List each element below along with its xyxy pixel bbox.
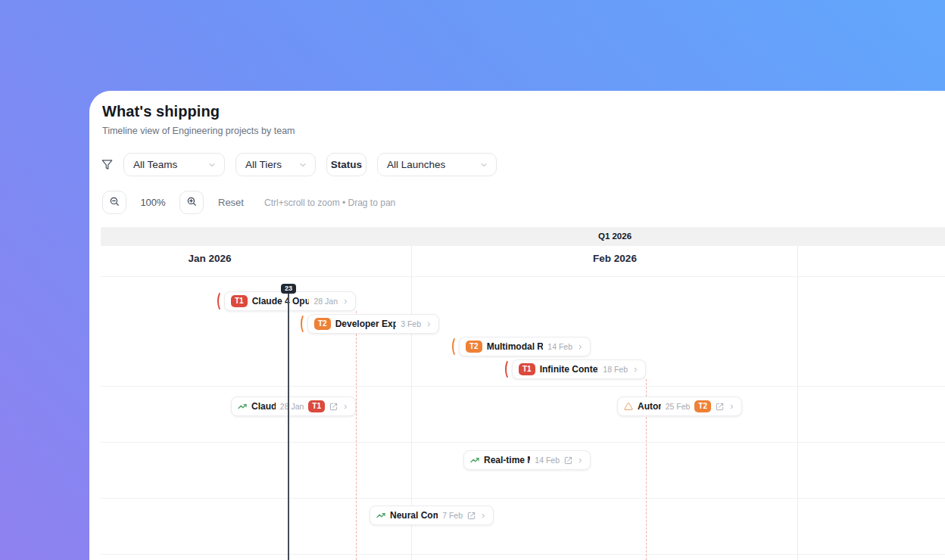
filter-funnel-icon bbox=[101, 159, 113, 170]
milestone-date: 18 Feb bbox=[603, 365, 628, 374]
page-background: { "page": { "title": "What's shipping", … bbox=[0, 0, 945, 560]
today-marker-line bbox=[288, 290, 289, 560]
row-separator bbox=[101, 442, 945, 443]
milestone-date: 3 Feb bbox=[401, 319, 421, 328]
milestone-title: Multimodal Real-t... bbox=[487, 341, 544, 352]
launches-filter-select[interactable]: All Launches bbox=[377, 153, 497, 176]
milestone-pill-infinite-context[interactable]: T1 Infinite Context + ... 18 Feb bbox=[512, 359, 646, 379]
row-separator bbox=[101, 554, 945, 555]
tier-badge: T2 bbox=[694, 400, 711, 412]
launch-date: 7 Feb bbox=[442, 511, 463, 520]
milestone-date: 14 Feb bbox=[547, 342, 572, 351]
teams-filter-value: All Teams bbox=[133, 159, 177, 170]
quarter-label: Q1 2026 bbox=[598, 232, 632, 241]
launch-title: Claude 4 ... bbox=[251, 401, 276, 412]
milestone-pill-claude-4-opus[interactable]: T1 Claude 4 Opus + ... 28 Jan bbox=[224, 291, 356, 311]
zoom-level-value: 100% bbox=[126, 197, 179, 208]
chevron-right-icon bbox=[342, 403, 349, 410]
launch-date: 28 Jan bbox=[280, 402, 304, 411]
tier-bracket bbox=[452, 336, 462, 357]
tier-bracket bbox=[301, 313, 310, 334]
launch-pill-claude-4[interactable]: Claude 4 ... 28 Jan T1 bbox=[231, 397, 356, 416]
tiers-filter-select[interactable]: All Tiers bbox=[235, 153, 316, 176]
trending-up-icon bbox=[376, 511, 385, 520]
chevron-right-icon bbox=[342, 298, 349, 305]
zoom-out-button[interactable] bbox=[102, 191, 126, 214]
launch-pill-autonomous[interactable]: Autonomo... 25 Feb T2 bbox=[617, 397, 742, 416]
zoom-toolbar: 100% Reset Ctrl+scroll to zoom • Drag to… bbox=[102, 191, 395, 214]
month-label-jan: Jan 2026 bbox=[188, 253, 231, 264]
milestone-title: Infinite Context + ... bbox=[540, 364, 599, 375]
chevron-right-icon bbox=[480, 512, 487, 519]
chevron-right-icon bbox=[632, 366, 639, 373]
launch-date: 14 Feb bbox=[535, 456, 560, 465]
zoom-reset-button[interactable]: Reset bbox=[218, 197, 244, 208]
whats-shipping-panel: What's shipping Timeline view of Enginee… bbox=[89, 91, 945, 560]
month-header-row: Jan 2026 Feb 2026 bbox=[101, 246, 945, 276]
launch-title: Real-time Multi... bbox=[484, 455, 530, 465]
page-title: What's shipping bbox=[102, 103, 220, 120]
launch-pill-realtime-multimodal[interactable]: Real-time Multi... 14 Feb bbox=[463, 450, 591, 470]
launches-filter-value: All Launches bbox=[387, 159, 445, 170]
ship-date-guide-line bbox=[356, 311, 357, 560]
external-link-icon[interactable] bbox=[329, 403, 338, 411]
today-date-badge: 23 bbox=[281, 284, 296, 294]
tiers-filter-value: All Tiers bbox=[245, 159, 282, 170]
chevron-right-icon bbox=[426, 321, 432, 328]
launch-title: Neural Computer... bbox=[390, 510, 438, 521]
milestone-title: Developer Experie... bbox=[335, 319, 396, 329]
month-label-feb: Feb 2026 bbox=[593, 253, 637, 264]
zoom-in-icon bbox=[186, 196, 197, 209]
zoom-hint-text: Ctrl+scroll to zoom • Drag to pan bbox=[264, 198, 395, 208]
zoom-out-icon bbox=[109, 196, 120, 209]
row-separator bbox=[101, 276, 945, 277]
chevron-down-icon bbox=[479, 160, 488, 170]
tier-bracket bbox=[505, 359, 515, 380]
tier-bracket bbox=[217, 291, 227, 312]
launch-date: 25 Feb bbox=[666, 402, 691, 411]
chevron-right-icon bbox=[577, 344, 584, 350]
status-filter-button[interactable]: Status bbox=[326, 153, 366, 176]
external-link-icon[interactable] bbox=[716, 403, 724, 411]
tier-badge: T2 bbox=[466, 341, 482, 353]
chevron-down-icon bbox=[207, 160, 217, 170]
quarter-header-band: Q1 2026 bbox=[101, 227, 945, 246]
milestone-pill-multimodal-realtime[interactable]: T2 Multimodal Real-t... 14 Feb bbox=[459, 337, 591, 356]
external-link-icon[interactable] bbox=[564, 456, 572, 465]
trending-up-icon bbox=[470, 456, 479, 465]
warning-triangle-icon bbox=[624, 402, 633, 411]
row-separator bbox=[101, 498, 945, 499]
external-link-icon[interactable] bbox=[467, 512, 476, 520]
chevron-right-icon bbox=[728, 403, 735, 410]
zoom-in-button[interactable] bbox=[179, 191, 204, 214]
chevron-right-icon bbox=[577, 457, 584, 464]
tier-badge: T2 bbox=[314, 318, 331, 330]
chevron-down-icon bbox=[298, 160, 307, 170]
launch-title: Autonomo... bbox=[638, 401, 661, 412]
trending-up-icon bbox=[238, 402, 247, 411]
milestone-date: 28 Jan bbox=[313, 297, 338, 306]
tier-badge: T1 bbox=[308, 400, 325, 412]
page-subtitle: Timeline view of Engineering projects by… bbox=[102, 126, 295, 136]
tier-badge: T1 bbox=[519, 363, 535, 375]
filter-bar: All Teams All Tiers Status All Launches bbox=[101, 153, 497, 176]
row-separator bbox=[101, 386, 945, 387]
teams-filter-select[interactable]: All Teams bbox=[123, 153, 225, 176]
tier-badge: T1 bbox=[231, 295, 248, 307]
launch-pill-neural-computer[interactable]: Neural Computer... 7 Feb bbox=[370, 506, 494, 525]
milestone-pill-developer-experience[interactable]: T2 Developer Experie... 3 Feb bbox=[307, 314, 439, 334]
milestone-title: Claude 4 Opus + ... bbox=[252, 296, 310, 306]
month-gridline bbox=[797, 246, 798, 560]
